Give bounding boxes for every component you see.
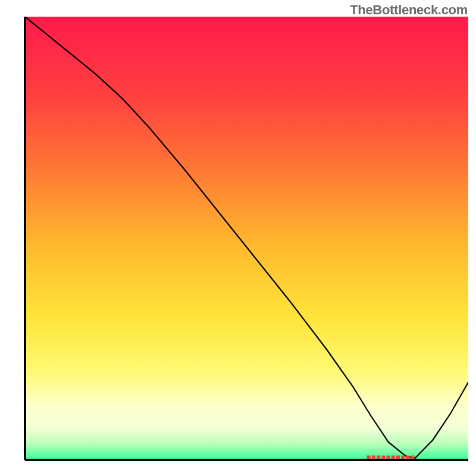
svg-rect-4 [381,456,385,459]
svg-rect-8 [401,456,405,459]
chart-background [25,17,468,460]
svg-rect-7 [396,456,400,459]
svg-rect-1 [367,456,371,459]
watermark-text: TheBottleneck.com [350,2,468,18]
svg-rect-3 [377,456,380,459]
svg-rect-10 [411,456,415,459]
svg-rect-6 [392,456,395,459]
bottleneck-chart [0,0,476,476]
svg-rect-9 [406,456,409,459]
svg-rect-5 [387,456,390,459]
svg-rect-2 [372,456,375,459]
